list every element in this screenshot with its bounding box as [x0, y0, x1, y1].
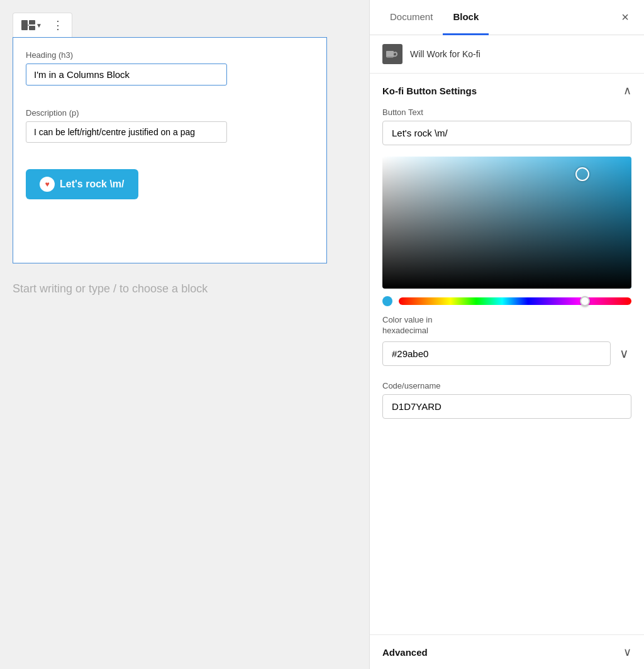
kofi-block-icon: [386, 48, 399, 60]
svg-rect-2: [29, 26, 35, 30]
username-input[interactable]: [382, 394, 631, 419]
button-text-group: Button Text: [382, 108, 631, 145]
settings-section-header[interactable]: Ko-fi Button Settings ∧: [370, 74, 644, 108]
heading-input[interactable]: [26, 64, 227, 86]
kofi-preview-button[interactable]: ♥ Let's rock \m/: [26, 169, 138, 199]
heading-field-group: Heading (h3): [26, 50, 314, 97]
settings-section-title: Ko-fi Button Settings: [382, 86, 477, 96]
settings-section-content: Button Text: [370, 108, 644, 443]
hex-row: ∨: [382, 341, 631, 366]
svg-rect-1: [29, 20, 35, 25]
ellipsis-icon: ⋮: [52, 18, 64, 32]
username-label: Code/username: [382, 381, 631, 390]
color-canvas[interactable]: [382, 157, 631, 289]
chevron-down-icon: ∨: [619, 346, 629, 360]
settings-chevron-up-icon: ∧: [623, 84, 631, 97]
svg-rect-0: [21, 20, 28, 30]
tab-document[interactable]: Document: [380, 1, 443, 35]
dropdown-arrow: ▼: [36, 22, 42, 29]
svg-rect-4: [387, 57, 393, 58]
hue-slider[interactable]: [399, 297, 631, 305]
heading-label: Heading (h3): [26, 50, 314, 60]
advanced-chevron-down-icon: ∨: [623, 645, 631, 659]
block-toolbar: ▼ ⋮: [13, 13, 72, 37]
kofi-heart-icon: ♥: [40, 177, 55, 192]
color-value-label: Color value inhexadecimal: [382, 315, 631, 336]
hex-value-group: Color value inhexadecimal ∨: [382, 315, 631, 366]
button-text-label: Button Text: [382, 108, 631, 117]
color-gradient-svg: [382, 157, 631, 289]
color-picker: Color value inhexadecimal ∨: [382, 157, 631, 366]
description-input[interactable]: [26, 121, 227, 143]
columns-block: Heading (h3) Description (p) ♥ Let's roc…: [13, 37, 327, 263]
block-type-button[interactable]: ▼: [17, 17, 46, 33]
editor-area: ▼ ⋮ Heading (h3) Description (p) ♥ Let's…: [0, 0, 369, 669]
color-picker-handle[interactable]: [575, 167, 589, 181]
hex-chevron-down-button[interactable]: ∨: [617, 343, 631, 363]
hex-input[interactable]: [382, 341, 611, 366]
button-text-input[interactable]: [382, 121, 631, 145]
editor-placeholder[interactable]: Start writing or type / to choose a bloc…: [13, 281, 357, 297]
svg-rect-3: [386, 51, 394, 57]
tab-block[interactable]: Block: [443, 1, 489, 35]
sidebar: Document Block × Will Work for Ko-fi Ko-…: [369, 0, 644, 669]
more-options-button[interactable]: ⋮: [48, 16, 68, 35]
svg-rect-6: [382, 157, 631, 289]
kofi-button-label: Let's rock \m/: [60, 179, 125, 190]
sidebar-tabs: Document Block ×: [370, 0, 644, 35]
username-group: Code/username: [382, 381, 631, 419]
close-sidebar-button[interactable]: ×: [616, 8, 634, 27]
settings-section: Ko-fi Button Settings ∧ Button Text: [370, 74, 644, 443]
hue-dot: [382, 296, 392, 306]
hue-slider-thumb: [580, 296, 590, 306]
description-field-group: Description (p): [26, 108, 314, 158]
block-icon: [21, 19, 36, 31]
advanced-section: Advanced ∨: [370, 634, 644, 669]
block-info-row: Will Work for Ko-fi: [370, 35, 644, 74]
block-info-name: Will Work for Ko-fi: [410, 49, 480, 59]
block-icon-large: [382, 44, 402, 64]
advanced-section-title: Advanced: [382, 647, 428, 658]
description-label: Description (p): [26, 108, 314, 118]
advanced-section-header[interactable]: Advanced ∨: [370, 635, 644, 669]
hue-slider-row: [382, 296, 631, 306]
